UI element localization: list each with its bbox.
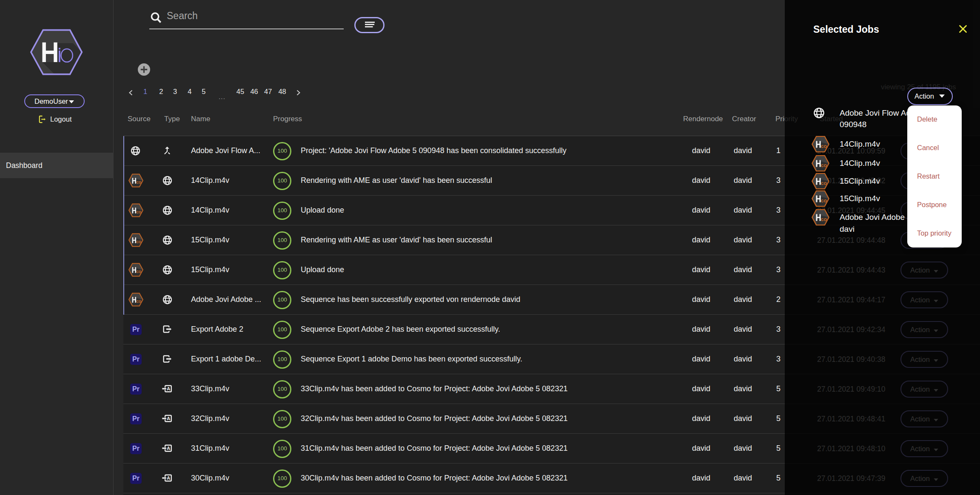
- svg-text:co: co: [821, 143, 827, 149]
- svg-text:co: co: [821, 216, 827, 222]
- svg-text:co: co: [136, 210, 141, 214]
- svg-text:co: co: [136, 269, 141, 274]
- svg-text:A: A: [167, 386, 170, 391]
- svg-text:co: co: [136, 180, 141, 185]
- svg-text:A: A: [167, 416, 170, 421]
- svg-text:co: co: [821, 180, 827, 186]
- svg-text:co: co: [136, 239, 141, 244]
- svg-text:A: A: [167, 446, 170, 451]
- svg-text:co: co: [821, 162, 827, 168]
- svg-text:co: co: [136, 299, 141, 304]
- svg-text:A: A: [167, 475, 170, 481]
- svg-text:co: co: [821, 198, 827, 204]
